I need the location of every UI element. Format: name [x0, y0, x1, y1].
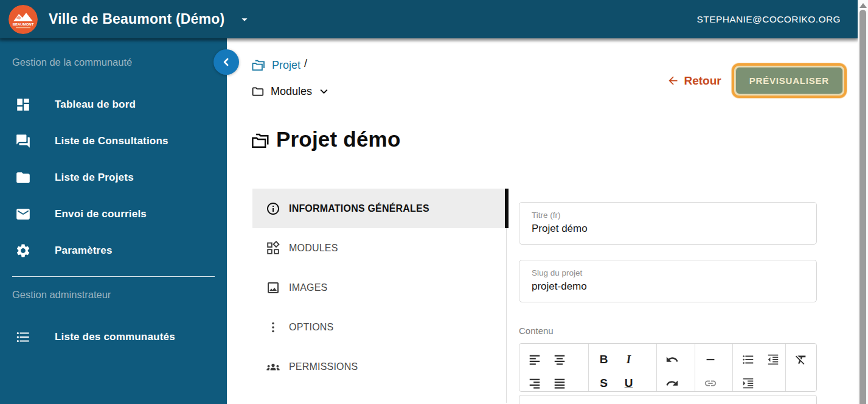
toolbar-group-clear	[786, 344, 816, 391]
indent-button[interactable]	[740, 375, 756, 391]
sidebar-item-envoi-de-courriels[interactable]: Envoi de courriels	[0, 196, 227, 232]
sidebar-item-liste-de-projets[interactable]: Liste de Projets	[0, 159, 227, 196]
sidebar-item-liste-de-consultations[interactable]: Liste de Consultations	[0, 123, 227, 159]
sidebar-nav: Gestion de la communauté Tableau de bord…	[0, 38, 227, 404]
project-tabs: INFORMATIONS GÉNÉRALES MODULES IMAGES OP…	[252, 189, 507, 386]
sidebar-item-label: Tableau de bord	[55, 99, 136, 111]
toolbar-group-alignment	[519, 344, 589, 391]
title-input-value: Projet démo	[532, 223, 804, 235]
tab-label: PERMISSIONS	[289, 361, 358, 372]
page-title-row: Projet démo	[251, 127, 400, 152]
arrow-left-icon	[667, 74, 679, 87]
community-title[interactable]: Ville de Beaumont (Démo)	[49, 11, 224, 27]
consultations-icon	[15, 133, 31, 149]
scrollbar[interactable]	[858, 0, 868, 404]
bullet-list-button[interactable]	[740, 352, 756, 367]
title-input[interactable]: Titre (fr) Projet démo	[519, 202, 817, 245]
underline-button[interactable]: U	[621, 375, 637, 391]
tab-informations-generales[interactable]: INFORMATIONS GÉNÉRALES	[252, 189, 507, 228]
chevron-left-icon	[220, 56, 232, 68]
tab-options[interactable]: OPTIONS	[252, 307, 507, 347]
slug-input-label: Slug du projet	[532, 268, 804, 277]
content-label: Contenu	[519, 326, 817, 336]
link-button[interactable]	[703, 375, 718, 391]
breadcrumb: Projet / Modules	[251, 57, 330, 100]
scroll-up-arrow-icon[interactable]	[859, 3, 867, 8]
editor-toolbar: B I S U	[519, 343, 817, 392]
outdent-button[interactable]	[765, 352, 781, 367]
sidebar-item-label: Liste de Projets	[55, 172, 134, 184]
folder-outline-icon	[251, 85, 264, 98]
slug-input[interactable]: Slug du projet projet-demo	[519, 260, 817, 302]
app-window: BEAUMONT Ville de Beaumont (Démo) STEPHA…	[0, 0, 868, 404]
align-left-button[interactable]	[527, 352, 543, 367]
sidebar-item-label: Liste des communautés	[55, 331, 175, 343]
preview-highlight-ring: PRÉVISUALISER	[732, 63, 847, 98]
mail-icon	[15, 206, 31, 222]
more-vert-icon	[266, 320, 280, 335]
sidebar-section-community: Gestion de la communauté	[0, 38, 227, 68]
align-center-button[interactable]	[552, 352, 568, 367]
groups-icon	[266, 360, 280, 374]
horizontal-rule-button[interactable]	[703, 352, 718, 367]
svg-text:BEAUMONT: BEAUMONT	[13, 23, 34, 26]
clear-formatting-button[interactable]	[793, 352, 809, 367]
tab-label: MODULES	[289, 243, 338, 254]
tab-label: IMAGES	[289, 282, 327, 293]
toolbar-group-history	[657, 344, 695, 391]
bold-button[interactable]: B	[596, 352, 612, 367]
redo-button[interactable]	[664, 375, 680, 391]
sidebar-item-label: Liste de Consultations	[55, 135, 168, 147]
align-justify-button[interactable]	[552, 375, 568, 391]
top-header: BEAUMONT Ville de Beaumont (Démo) STEPHA…	[0, 0, 858, 38]
dashboard-icon	[15, 97, 31, 113]
sidebar-item-tableau-de-bord[interactable]: Tableau de bord	[0, 86, 227, 123]
breadcrumb-projet-link[interactable]: Projet	[272, 59, 300, 72]
scrollbar-thumb[interactable]	[859, 10, 866, 404]
main-content: Projet / Modules Retour PRÉVISUALISER Pr…	[227, 38, 858, 404]
italic-button[interactable]: I	[621, 352, 637, 367]
breadcrumb-separator: /	[304, 57, 307, 70]
page-title: Projet démo	[276, 127, 400, 152]
tab-label: OPTIONS	[289, 322, 333, 333]
tab-modules[interactable]: MODULES	[252, 228, 507, 268]
widgets-icon	[266, 241, 280, 256]
strikethrough-button[interactable]: S	[596, 375, 612, 391]
sidebar-item-label: Envoi de courriels	[55, 208, 147, 220]
toolbar-group-lists	[733, 344, 786, 391]
user-email[interactable]: STEPHANIE@COCORIKO.ORG	[697, 14, 841, 25]
sidebar-collapse-button[interactable]	[214, 49, 239, 75]
sidebar-item-parametres[interactable]: Paramètres	[0, 232, 227, 269]
sidebar-list-admin: Liste des communautés	[0, 319, 227, 355]
community-caret-down-icon[interactable]	[238, 13, 251, 26]
tab-label: INFORMATIONS GÉNÉRALES	[289, 203, 429, 214]
tab-permissions[interactable]: PERMISSIONS	[252, 347, 507, 386]
community-logo[interactable]: BEAUMONT	[9, 5, 38, 34]
sidebar-item-liste-des-communautes[interactable]: Liste des communautés	[0, 319, 227, 355]
sidebar-list-community: Tableau de bord Liste de Consultations L…	[0, 86, 227, 269]
list-icon	[15, 329, 31, 345]
tab-images[interactable]: IMAGES	[252, 268, 507, 307]
slug-input-value: projet-demo	[532, 280, 804, 293]
folder-copy-icon	[251, 131, 269, 150]
page-actions: Retour PRÉVISUALISER	[667, 63, 847, 98]
undo-button[interactable]	[664, 352, 680, 367]
folder-icon	[15, 170, 31, 186]
back-link-label: Retour	[684, 74, 721, 88]
general-info-form: Titre (fr) Projet démo Slug du projet pr…	[519, 202, 817, 404]
preview-button[interactable]: PRÉVISUALISER	[735, 67, 843, 94]
chevron-down-icon[interactable]	[318, 86, 330, 97]
content-editor-area[interactable]	[519, 395, 817, 404]
sidebar-section-admin: Gestion adminstrateur	[0, 277, 227, 301]
toolbar-group-format: B I S U	[589, 344, 658, 391]
folder-copy-icon	[251, 58, 265, 72]
image-icon	[266, 280, 280, 295]
sidebar-item-label: Paramètres	[55, 245, 113, 257]
gear-icon	[15, 243, 31, 259]
toolbar-group-insert	[695, 344, 733, 391]
title-input-label: Titre (fr)	[532, 211, 804, 220]
align-right-button[interactable]	[527, 375, 543, 391]
info-icon	[266, 201, 280, 216]
breadcrumb-modules-dropdown[interactable]: Modules	[271, 85, 312, 98]
back-link[interactable]: Retour	[667, 74, 721, 88]
